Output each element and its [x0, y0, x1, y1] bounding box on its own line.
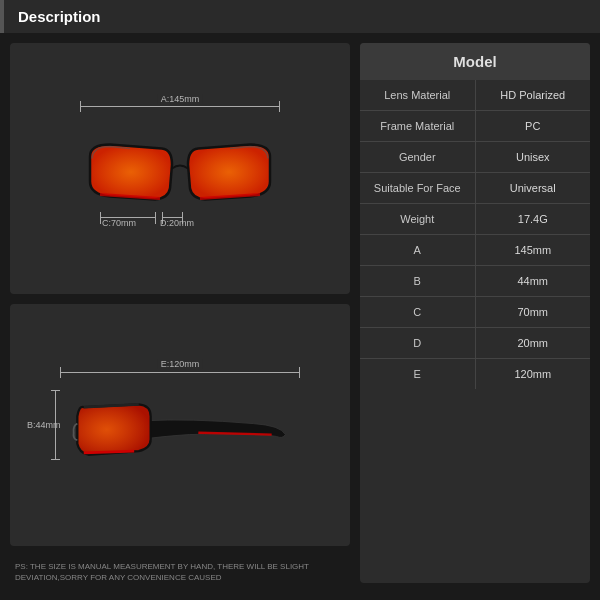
label-c: C:70mm: [102, 218, 136, 228]
spec-key: Lens Material: [360, 80, 476, 110]
spec-row: Suitable For Face Universal: [360, 173, 590, 204]
right-panel: Model Lens Material HD Polarized Frame M…: [360, 43, 590, 583]
spec-key: Frame Material: [360, 111, 476, 141]
spec-title: Model: [360, 43, 590, 80]
spec-value: HD Polarized: [476, 80, 591, 110]
spec-key: Gender: [360, 142, 476, 172]
label-b: B:44mm: [27, 420, 61, 430]
left-panel: A:145mm: [10, 43, 350, 583]
spec-row: D 20mm: [360, 328, 590, 359]
label-a: A:145mm: [158, 94, 203, 104]
spec-value: 20mm: [476, 328, 591, 358]
spec-key: C: [360, 297, 476, 327]
header-title: Description: [18, 8, 101, 25]
spec-row: B 44mm: [360, 266, 590, 297]
spec-row: Frame Material PC: [360, 111, 590, 142]
spec-key: Weight: [360, 204, 476, 234]
spec-row: Lens Material HD Polarized: [360, 80, 590, 111]
spec-key: A: [360, 235, 476, 265]
header: Description: [0, 0, 600, 33]
bottom-glasses-diagram: E:120mm B:44mm: [10, 304, 350, 545]
spec-row: Gender Unisex: [360, 142, 590, 173]
spec-value: 70mm: [476, 297, 591, 327]
spec-rows: Lens Material HD Polarized Frame Materia…: [360, 80, 590, 389]
spec-key: B: [360, 266, 476, 296]
label-e: E:120mm: [158, 359, 203, 369]
spec-key: Suitable For Face: [360, 173, 476, 203]
spec-row: Weight 17.4G: [360, 204, 590, 235]
spec-value: 145mm: [476, 235, 591, 265]
spec-value: 17.4G: [476, 204, 591, 234]
spec-key: E: [360, 359, 476, 389]
spec-row: A 145mm: [360, 235, 590, 266]
spec-key: D: [360, 328, 476, 358]
spec-value: Universal: [476, 173, 591, 203]
spec-row: E 120mm: [360, 359, 590, 389]
spec-value: Unisex: [476, 142, 591, 172]
label-d: D:20mm: [160, 218, 194, 228]
spec-value: 44mm: [476, 266, 591, 296]
note-text: PS: THE SIZE IS MANUAL MEASUREMENT BY HA…: [10, 556, 350, 583]
spec-value: PC: [476, 111, 591, 141]
spec-value: 120mm: [476, 359, 591, 389]
main-content: A:145mm: [0, 33, 600, 593]
spec-row: C 70mm: [360, 297, 590, 328]
top-glasses-diagram: A:145mm: [10, 43, 350, 294]
